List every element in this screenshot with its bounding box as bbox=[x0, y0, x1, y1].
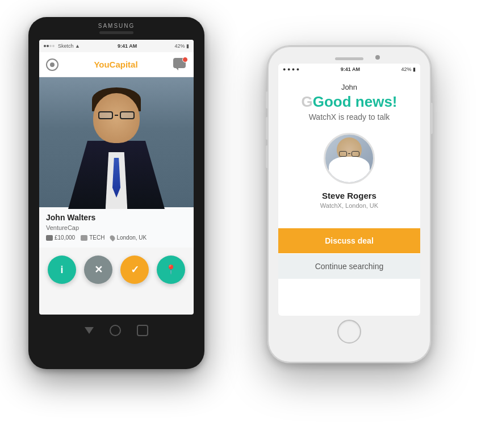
glasses bbox=[98, 111, 135, 119]
sector-tag: TECH bbox=[81, 235, 104, 241]
samsung-time: 9:41 AM bbox=[118, 43, 137, 49]
avatar-body bbox=[329, 157, 370, 182]
app-logo: YouCapital bbox=[94, 60, 137, 69]
reject-icon: ✕ bbox=[94, 265, 103, 275]
logo-capital: Capital bbox=[110, 60, 138, 69]
notification-badge[interactable] bbox=[173, 58, 187, 72]
profile-tags: £10,000 TECH London, UK bbox=[46, 235, 187, 241]
iphone-status-bar: ● ● ● ● 9:41 AM 42% ▮ bbox=[278, 64, 420, 75]
iphone-home-area bbox=[267, 316, 431, 347]
network-label: Sketch ▲ bbox=[58, 43, 80, 49]
scene: SAMSUNG Sketch ▲ 9:41 AM 42% ▮ bbox=[0, 0, 477, 448]
location-button[interactable]: 📍 bbox=[157, 256, 185, 284]
mute-button[interactable] bbox=[266, 91, 268, 108]
samsung-status-bar: Sketch ▲ 9:41 AM 42% ▮ bbox=[39, 40, 194, 52]
pin-icon: 📍 bbox=[165, 265, 177, 274]
gear-icon[interactable] bbox=[46, 58, 58, 71]
investment-value: £10,000 bbox=[55, 235, 75, 241]
headline-text: Good news! bbox=[313, 93, 398, 110]
continue-searching-button[interactable]: Continue searching bbox=[278, 254, 420, 279]
notif-to: John bbox=[287, 83, 411, 91]
signal-dot-3 bbox=[49, 45, 52, 47]
iphone-speaker bbox=[335, 57, 363, 60]
recent-button[interactable] bbox=[137, 325, 148, 336]
samsung-screen: Sketch ▲ 9:41 AM 42% ▮ YouCapital bbox=[39, 40, 194, 315]
iphone-home-button[interactable] bbox=[337, 320, 361, 344]
match-name: Steve Rogers bbox=[287, 191, 411, 200]
iphone-notification: John GGood news! WatchX is ready to talk bbox=[278, 75, 420, 228]
iphone-battery: 42% ▮ bbox=[401, 66, 416, 72]
signal-dot-1 bbox=[44, 45, 46, 47]
accept-icon: ✓ bbox=[131, 265, 139, 275]
iphone-screen: ● ● ● ● 9:41 AM 42% ▮ John GGood news! W… bbox=[278, 64, 420, 316]
profile-card-overlay: John Walters VentureCap £10,000 TECH bbox=[39, 207, 194, 248]
samsung-top-bar: SAMSUNG bbox=[28, 17, 204, 37]
av-glass-left bbox=[339, 151, 347, 157]
samsung-battery: 42% ▮ bbox=[174, 43, 189, 49]
notif-sub: WatchX is ready to talk bbox=[287, 112, 411, 122]
power-button[interactable] bbox=[430, 103, 433, 134]
av-glass-bridge bbox=[348, 153, 350, 154]
glass-bridge bbox=[115, 115, 118, 116]
home-button[interactable] bbox=[110, 325, 121, 336]
location-icon bbox=[109, 234, 116, 241]
badge-dot bbox=[182, 57, 188, 62]
match-avatar bbox=[324, 133, 375, 184]
samsung-speaker bbox=[99, 31, 133, 34]
volume-down-button[interactable] bbox=[266, 145, 268, 168]
discuss-deal-button[interactable]: Discuss deal bbox=[278, 228, 420, 253]
info-icon: i bbox=[60, 265, 63, 275]
logo-you: You bbox=[94, 60, 109, 69]
avatar-glasses bbox=[339, 151, 359, 157]
iphone-camera bbox=[375, 55, 380, 60]
location-value: London, UK bbox=[116, 235, 147, 241]
profile-name: John Walters bbox=[46, 213, 187, 222]
action-buttons: i ✕ ✓ 📍 bbox=[39, 248, 194, 292]
volume-up-button[interactable] bbox=[266, 117, 268, 140]
location-tag: London, UK bbox=[110, 235, 147, 241]
info-button[interactable]: i bbox=[48, 256, 76, 284]
investment-tag: £10,000 bbox=[46, 235, 75, 241]
signal-dot-2 bbox=[47, 45, 49, 47]
glass-right bbox=[120, 111, 135, 119]
iphone-top bbox=[267, 46, 431, 62]
samsung-app-header: YouCapital bbox=[39, 52, 194, 77]
reject-button[interactable]: ✕ bbox=[84, 256, 112, 284]
notif-headline: GGood news! bbox=[287, 94, 411, 110]
samsung-brand-text: SAMSUNG bbox=[98, 23, 135, 29]
accept-button[interactable]: ✓ bbox=[120, 256, 149, 284]
av-glass-right bbox=[352, 151, 359, 157]
gear-inner bbox=[50, 62, 55, 67]
briefcase-icon bbox=[81, 235, 87, 241]
profile-company: VentureCap bbox=[46, 224, 187, 231]
back-button[interactable] bbox=[85, 327, 94, 334]
iphone-time: 9:41 AM bbox=[341, 66, 360, 72]
match-info: WatchX, London, UK bbox=[287, 202, 411, 209]
signal-dots bbox=[44, 45, 55, 47]
face bbox=[93, 93, 140, 143]
profile-photo-area: John Walters VentureCap £10,000 TECH bbox=[39, 77, 194, 248]
headline-partial: G bbox=[301, 93, 312, 110]
iphone-signal: ● ● ● ● bbox=[283, 66, 299, 72]
signal-dot-4 bbox=[52, 45, 55, 47]
samsung-bottom-bar bbox=[28, 319, 204, 342]
iphone: ● ● ● ● 9:41 AM 42% ▮ John GGood news! W… bbox=[267, 45, 432, 363]
status-left: Sketch ▲ bbox=[44, 43, 80, 49]
glass-left bbox=[98, 111, 113, 119]
samsung-phone: SAMSUNG Sketch ▲ 9:41 AM 42% ▮ bbox=[28, 17, 204, 369]
sector-value: TECH bbox=[89, 235, 104, 241]
money-icon bbox=[46, 235, 53, 241]
